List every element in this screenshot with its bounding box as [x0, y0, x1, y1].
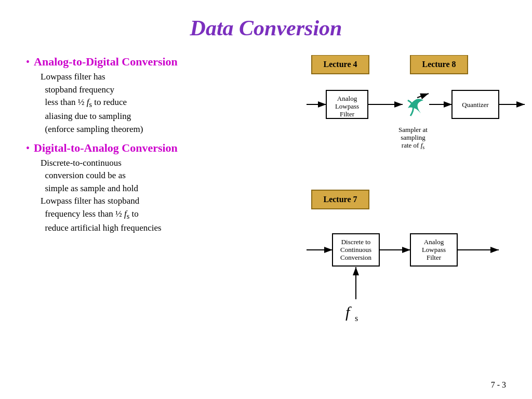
sampler-label: Sampler at [398, 126, 428, 134]
svg-text:sampling: sampling [401, 134, 425, 141]
dac-bullet: • Digital-to-Analog Conversion Discrete-… [26, 141, 307, 235]
page-title: Data Conversion [26, 16, 506, 41]
dac-bullet-dot: • [26, 143, 30, 153]
svg-text:Lowpass: Lowpass [335, 102, 359, 110]
svg-text:Filter: Filter [340, 110, 355, 118]
svg-text:Lowpass: Lowpass [422, 246, 446, 254]
adc-bullet-header: • Analog-to-Digital Conversion [26, 55, 307, 69]
fs-label: f [345, 303, 352, 321]
lecture4-badge: Lecture 4 [323, 60, 357, 69]
dac-bullet-title: Digital-to-Analog Conversion [34, 141, 178, 155]
svg-text:Conversion: Conversion [340, 254, 371, 261]
content-area: • Analog-to-Digital Conversion Lowpass f… [26, 55, 506, 399]
dac-bullet-header: • Digital-to-Analog Conversion [26, 141, 307, 155]
svg-line-10 [417, 94, 429, 98]
quantizer-box: Quantizer [462, 101, 489, 109]
adc-bullet-body: Lowpass filter has stopband frequency le… [41, 71, 307, 136]
right-panel: Lecture 4 Lecture 8 [307, 55, 506, 399]
adc-bullet: • Analog-to-Digital Conversion Lowpass f… [26, 55, 307, 136]
fs-subscript: s [355, 314, 358, 323]
page-number: 7 - 3 [491, 380, 506, 390]
lecture8-badge: Lecture 8 [422, 60, 456, 69]
dac-lpf-box: Analog [424, 238, 444, 246]
dac-bullet-body: Discrete-to-continuous conversion could … [41, 157, 307, 235]
adc-lpf-box: Analog [337, 95, 357, 102]
sampler-icon [408, 94, 429, 116]
adc-bullet-title: Analog-to-Digital Conversion [34, 55, 178, 69]
left-panel: • Analog-to-Digital Conversion Lowpass f… [26, 55, 307, 399]
svg-text:Continuous: Continuous [340, 246, 371, 254]
adc-bullet-dot: • [26, 57, 30, 67]
diagrams-svg: Lecture 4 Lecture 8 [307, 55, 532, 399]
slide: Data Conversion • Analog-to-Digital Conv… [0, 0, 532, 399]
svg-text:rate of fs: rate of fs [402, 141, 424, 150]
lecture7-badge: Lecture 7 [323, 195, 357, 204]
svg-text:Filter: Filter [427, 254, 442, 261]
dtc-box: Discrete to [341, 238, 371, 246]
